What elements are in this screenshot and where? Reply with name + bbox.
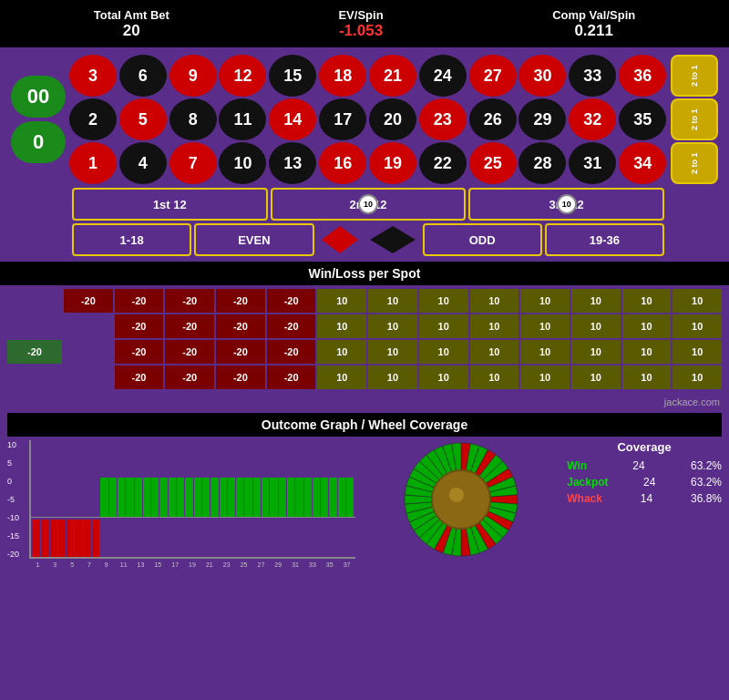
zero[interactable]: 0 xyxy=(11,121,66,163)
bar-wrapper-13 xyxy=(143,440,150,557)
bar-el-6 xyxy=(84,520,91,557)
winloss-row-2: -20-20-20-20-201010101010101010 xyxy=(7,340,722,364)
number-cell-12[interactable]: 12 xyxy=(219,55,266,97)
bet-even[interactable]: EVEN xyxy=(194,223,313,256)
wl-cell-3-7: 10 xyxy=(368,365,417,389)
wl-cell-2-6: 10 xyxy=(317,340,366,364)
wl-cell-3-3: -20 xyxy=(165,365,214,389)
number-cell-18[interactable]: 18 xyxy=(319,55,366,97)
bar-wrapper-22 xyxy=(220,440,227,557)
wl-cell-0-5: -20 xyxy=(267,289,316,313)
wl-cell-3-9: 10 xyxy=(470,365,519,389)
wl-cell-3-2: -20 xyxy=(115,365,164,389)
two-to-one-top[interactable]: 2 to 1 xyxy=(671,55,718,97)
bar-el-14 xyxy=(151,478,159,517)
first-dozen[interactable]: 1st 12 xyxy=(72,188,268,221)
number-cell-16[interactable]: 16 xyxy=(319,142,366,184)
third-dozen[interactable]: 3rd 12 10 xyxy=(468,188,664,221)
number-cell-36[interactable]: 36 xyxy=(619,55,666,97)
x-label: 23 xyxy=(218,561,235,568)
wl-cell-0-13: 10 xyxy=(673,289,722,313)
wl-cell-1-8: 10 xyxy=(419,314,468,338)
two-to-one-mid[interactable]: 2 to 1 xyxy=(671,98,718,140)
number-cell-34[interactable]: 34 xyxy=(619,142,666,184)
two-to-one-bot[interactable]: 2 to 1 xyxy=(671,142,718,184)
x-label: 7 xyxy=(81,561,98,568)
number-cell-25[interactable]: 25 xyxy=(469,142,517,184)
x-label: 29 xyxy=(270,561,287,568)
wl-cell-3-11: 10 xyxy=(571,365,621,389)
wl-cell-3-0 xyxy=(7,365,62,389)
number-cell-28[interactable]: 28 xyxy=(519,142,566,184)
bet-odd[interactable]: ODD xyxy=(423,223,542,256)
number-cell-17[interactable]: 17 xyxy=(319,98,366,140)
number-cell-2[interactable]: 2 xyxy=(69,98,117,140)
outcome-title: Outcome Graph / Wheel Coverage xyxy=(7,413,722,437)
second-dozen[interactable]: 2nd 12 10 xyxy=(271,188,467,221)
number-cell-32[interactable]: 32 xyxy=(569,98,616,140)
bar-el-29 xyxy=(279,478,286,517)
number-cell-4[interactable]: 4 xyxy=(119,142,167,184)
bar-el-11 xyxy=(126,478,133,517)
x-label: 3 xyxy=(46,561,64,568)
number-cell-6[interactable]: 6 xyxy=(119,55,167,97)
number-cell-24[interactable]: 24 xyxy=(419,55,467,97)
bar-el-16 xyxy=(169,478,176,517)
wl-cell-0-6: 10 xyxy=(317,289,366,313)
wl-cell-1-3: -20 xyxy=(165,314,214,338)
wl-cell-2-11: 10 xyxy=(571,340,621,364)
number-cell-15[interactable]: 15 xyxy=(269,55,316,97)
number-cell-35[interactable]: 35 xyxy=(619,98,666,140)
red-diamond[interactable] xyxy=(317,223,363,256)
number-cell-13[interactable]: 13 xyxy=(269,142,316,184)
bar-wrapper-10 xyxy=(118,440,125,557)
bar-el-37 xyxy=(346,478,354,517)
coverage-win-row: Win 24 63.2% xyxy=(567,459,722,472)
number-cell-7[interactable]: 7 xyxy=(169,142,217,184)
bar-chart xyxy=(29,440,355,559)
outcome-section: Outcome Graph / Wheel Coverage 10 5 0 -5… xyxy=(0,413,729,573)
y-axis-labels: 10 5 0 -5 -10 -15 -20 xyxy=(7,440,29,559)
bet-19-36[interactable]: 19-36 xyxy=(545,223,664,256)
wl-cell-0-10: 10 xyxy=(520,289,570,313)
bar-el-10 xyxy=(118,478,125,517)
bar-el-24 xyxy=(236,478,243,517)
number-cell-1[interactable]: 1 xyxy=(69,142,117,184)
bar-el-30 xyxy=(287,478,294,517)
bar-wrapper-12 xyxy=(135,440,142,557)
number-cell-19[interactable]: 19 xyxy=(369,142,416,184)
number-cell-3[interactable]: 3 xyxy=(69,55,117,97)
wl-cell-3-4: -20 xyxy=(216,365,265,389)
wl-cell-3-8: 10 xyxy=(419,365,468,389)
number-cell-27[interactable]: 27 xyxy=(469,55,517,97)
number-cell-22[interactable]: 22 xyxy=(419,142,467,184)
x-label: 33 xyxy=(304,561,322,568)
bar-wrapper-35 xyxy=(329,440,336,557)
double-zero[interactable]: 00 xyxy=(11,76,66,118)
number-cell-10[interactable]: 10 xyxy=(219,142,266,184)
number-cell-5[interactable]: 5 xyxy=(119,98,167,140)
number-cell-23[interactable]: 23 xyxy=(419,98,467,140)
bar-wrapper-0 xyxy=(33,440,40,557)
wl-cell-0-7: 10 xyxy=(368,289,417,313)
number-cell-8[interactable]: 8 xyxy=(169,98,217,140)
number-cell-29[interactable]: 29 xyxy=(519,98,566,140)
number-cell-26[interactable]: 26 xyxy=(469,98,517,140)
number-cell-31[interactable]: 31 xyxy=(569,142,616,184)
bar-el-32 xyxy=(304,478,312,517)
bet-1-18[interactable]: 1-18 xyxy=(72,223,191,256)
number-cell-14[interactable]: 14 xyxy=(269,98,316,140)
wl-cell-3-5: -20 xyxy=(267,365,316,389)
number-cell-30[interactable]: 30 xyxy=(519,55,566,97)
number-cell-33[interactable]: 33 xyxy=(569,55,616,97)
winloss-section: Win/Loss per Spot -20-20-20-20-201010101… xyxy=(0,262,729,409)
comp-val-section: Comp Val/Spin 0.211 xyxy=(552,8,635,40)
number-cell-9[interactable]: 9 xyxy=(169,55,217,97)
black-diamond[interactable] xyxy=(365,223,420,256)
number-cell-20[interactable]: 20 xyxy=(369,98,416,140)
ev-spin-value: -1.053 xyxy=(338,22,383,40)
number-cell-11[interactable]: 11 xyxy=(219,98,266,140)
bar-wrapper-2 xyxy=(50,440,57,557)
number-cell-21[interactable]: 21 xyxy=(369,55,416,97)
coverage-table: Coverage Win 24 63.2% Jackpot 24 63.2% W… xyxy=(567,440,722,509)
